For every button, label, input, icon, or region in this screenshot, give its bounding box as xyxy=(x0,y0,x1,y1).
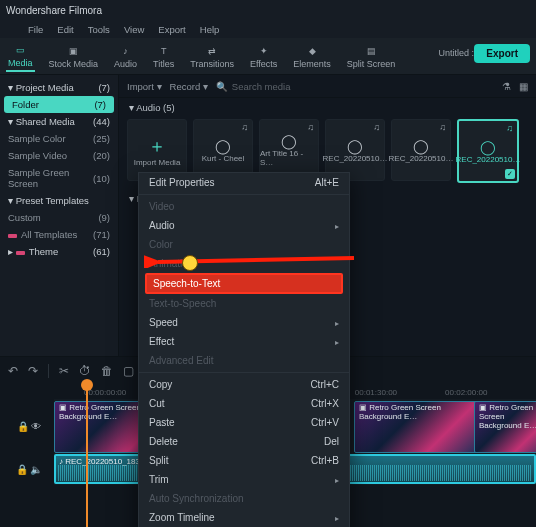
ctx-delete[interactable]: DeleteDel xyxy=(139,432,349,451)
menu-file[interactable]: File xyxy=(28,24,43,35)
tab-effects[interactable]: ✦Effects xyxy=(248,42,279,71)
menu-help[interactable]: Help xyxy=(200,24,220,35)
sidebar-sample-video[interactable]: Sample Video(20) xyxy=(0,147,118,164)
project-title: Untitled : xyxy=(438,48,474,58)
tab-elements[interactable]: ◆Elements xyxy=(291,42,333,71)
ctx-autosync: Auto Synchronization xyxy=(139,489,349,508)
speed-icon[interactable]: ⏱ xyxy=(79,364,91,378)
ctx-split[interactable]: SplitCtrl+B xyxy=(139,451,349,470)
ctx-text-to-speech: Text-to-Speech xyxy=(139,294,349,313)
sidebar-project-media[interactable]: ▾ Project Media(7) xyxy=(0,79,118,96)
video-clip-3[interactable]: ▣ Retro Green Screen Background E… xyxy=(474,401,536,453)
ctx-effect[interactable]: Effect xyxy=(139,332,349,351)
audio-card-5[interactable]: ♫◯✓REC_20220510… xyxy=(457,119,519,183)
cursor-icon xyxy=(182,255,198,271)
filter-icon[interactable]: ⚗ xyxy=(502,81,511,92)
sidebar-shared-media[interactable]: ▾ Shared Media(44) xyxy=(0,113,118,130)
elements-icon: ◆ xyxy=(305,44,319,58)
crop-icon[interactable]: ▢ xyxy=(123,364,134,378)
menu-view[interactable]: View xyxy=(124,24,144,35)
playhead[interactable] xyxy=(86,385,88,527)
top-tabs: ▭Media ▣Stock Media ♪Audio TTitles ⇄Tran… xyxy=(0,38,536,75)
media-icon: ▭ xyxy=(13,43,27,57)
ctx-paste[interactable]: PasteCtrl+V xyxy=(139,413,349,432)
menu-tools[interactable]: Tools xyxy=(88,24,110,35)
ctx-copy[interactable]: CopyCtrl+C xyxy=(139,375,349,394)
audio-card-4[interactable]: ♫◯REC_20220510… xyxy=(391,119,451,181)
track-video-head[interactable]: 🔒 👁 xyxy=(4,399,54,453)
search-input[interactable]: 🔍 Search media xyxy=(216,81,494,92)
tab-stock-media[interactable]: ▣Stock Media xyxy=(47,42,101,71)
ctx-color: Color xyxy=(139,235,349,254)
tab-transitions[interactable]: ⇄Transitions xyxy=(188,42,236,71)
sidebar: ▾ Project Media(7) Folder(7) ▾ Shared Me… xyxy=(0,75,119,358)
menu-export[interactable]: Export xyxy=(158,24,185,35)
context-menu: Edit PropertiesAlt+E Video Audio Color A… xyxy=(138,172,350,527)
app-title: Wondershare Filmora xyxy=(6,5,102,16)
sidebar-sample-color[interactable]: Sample Color(25) xyxy=(0,130,118,147)
record-dropdown[interactable]: Record ▾ xyxy=(170,81,208,92)
ctx-video: Video xyxy=(139,197,349,216)
ctx-speed[interactable]: Speed xyxy=(139,313,349,332)
ctx-speech-to-text[interactable]: Speech-to-Text xyxy=(145,273,343,294)
sidebar-folder[interactable]: Folder(7) xyxy=(4,96,114,113)
sidebar-sample-green[interactable]: Sample Green Screen(10) xyxy=(0,164,118,192)
tab-media[interactable]: ▭Media xyxy=(6,41,35,72)
sidebar-all-templates[interactable]: All Templates(71) xyxy=(0,226,118,243)
redo-icon[interactable]: ↷ xyxy=(28,364,38,378)
export-button[interactable]: Export xyxy=(474,44,530,63)
delete-icon[interactable]: 🗑 xyxy=(101,364,113,378)
titlebar: Wondershare Filmora xyxy=(0,0,536,20)
video-clip-2[interactable]: ▣ Retro Green Screen Background E… xyxy=(354,401,480,453)
audio-icon: ♪ xyxy=(119,44,133,58)
sidebar-preset-templates[interactable]: ▾ Preset Templates xyxy=(0,192,118,209)
ctx-edit-properties[interactable]: Edit PropertiesAlt+E xyxy=(139,173,349,192)
transitions-icon: ⇄ xyxy=(205,44,219,58)
split-icon: ▤ xyxy=(364,44,378,58)
ctx-audio[interactable]: Audio xyxy=(139,216,349,235)
ctx-cut[interactable]: CutCtrl+X xyxy=(139,394,349,413)
menu-edit[interactable]: Edit xyxy=(57,24,73,35)
import-dropdown[interactable]: Import ▾ xyxy=(127,81,162,92)
ctx-trim[interactable]: Trim xyxy=(139,470,349,489)
ctx-zoom-timeline[interactable]: Zoom Timeline xyxy=(139,508,349,527)
tab-audio[interactable]: ♪Audio xyxy=(112,42,139,71)
audio-section[interactable]: ▾ Audio (5) xyxy=(119,98,536,117)
ctx-animation: Animation xyxy=(139,254,349,273)
ctx-advanced-edit: Advanced Edit xyxy=(139,351,349,370)
cut-icon[interactable]: ✂ xyxy=(59,364,69,378)
titles-icon: T xyxy=(157,44,171,58)
tab-split-screen[interactable]: ▤Split Screen xyxy=(345,42,398,71)
menubar: File Edit Tools View Export Help xyxy=(0,20,536,38)
stock-icon: ▣ xyxy=(66,44,80,58)
undo-icon[interactable]: ↶ xyxy=(8,364,18,378)
check-icon: ✓ xyxy=(505,169,515,179)
sidebar-custom[interactable]: Custom(9) xyxy=(0,209,118,226)
track-audio-head[interactable]: 🔒 🔈 xyxy=(4,453,54,485)
content-toolbar: Import ▾ Record ▾ 🔍 Search media ⚗ ▦ xyxy=(119,75,536,98)
tab-titles[interactable]: TTitles xyxy=(151,42,176,71)
view-icon[interactable]: ▦ xyxy=(519,81,528,92)
effects-icon: ✦ xyxy=(257,44,271,58)
sidebar-theme[interactable]: ▸ Theme(61) xyxy=(0,243,118,260)
